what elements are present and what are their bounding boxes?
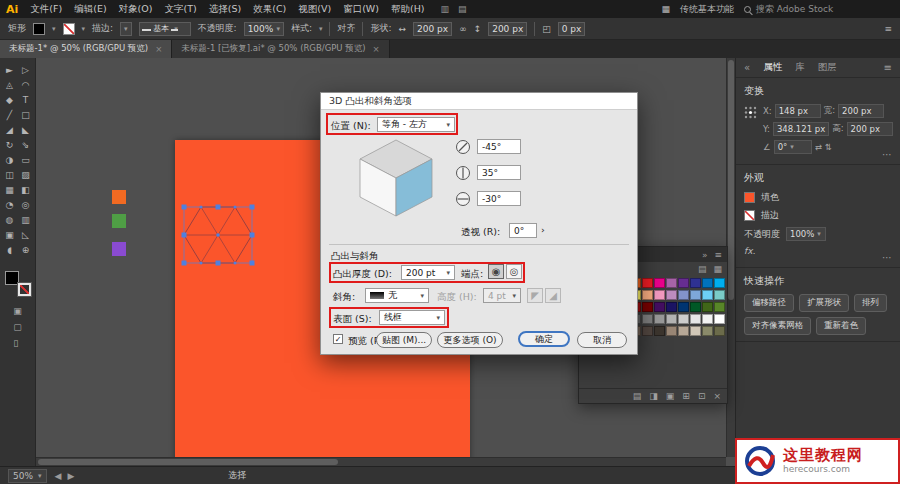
rotate-y-dial-icon[interactable] — [455, 165, 471, 181]
color-swatch[interactable] — [642, 326, 653, 336]
color-swatch[interactable] — [714, 290, 725, 300]
height-field[interactable]: 200 px — [847, 122, 893, 136]
stroke-weight-field[interactable]: ▾ — [120, 22, 132, 36]
color-swatch[interactable] — [678, 326, 689, 336]
color-swatch[interactable] — [654, 302, 665, 312]
stroke-caret-icon[interactable]: ▾ — [82, 25, 86, 33]
cube-preview[interactable] — [351, 135, 441, 223]
color-swatch[interactable] — [642, 290, 653, 300]
style-caret-icon[interactable]: ▾ — [319, 25, 323, 33]
close-tab-icon[interactable]: × — [373, 44, 380, 54]
rotation-field[interactable]: 0° ▾ — [774, 140, 812, 154]
tab-layers[interactable]: 图层 — [818, 61, 837, 74]
rotate-x-field[interactable]: -45° — [477, 139, 521, 154]
cancel-button[interactable]: 取消 — [577, 332, 627, 348]
selection-tool[interactable]: ► — [2, 62, 18, 77]
hand-tool[interactable]: ◖ — [2, 242, 18, 257]
color-swatch[interactable] — [666, 326, 677, 336]
perspective-field[interactable]: 0° — [509, 223, 537, 238]
shape-width-field[interactable]: 200 px — [413, 22, 452, 36]
cap-off-button[interactable]: ◎ — [506, 264, 522, 279]
tab-properties[interactable]: 属性 — [763, 61, 782, 74]
cap-on-button[interactable]: ◉ — [488, 264, 504, 279]
color-swatch[interactable] — [714, 326, 725, 336]
gradient-tool[interactable]: ◧ — [18, 182, 34, 197]
menu-item-8[interactable]: 窗口(W) — [337, 3, 385, 16]
shape-builder-tool[interactable]: ◫ — [2, 167, 18, 182]
effects-button[interactable]: fx. — [744, 246, 755, 256]
line-segment-tool[interactable]: ╱ — [2, 107, 18, 122]
width-field[interactable]: 200 px — [838, 104, 884, 118]
canvas-square-3[interactable] — [112, 242, 126, 256]
color-swatch[interactable] — [690, 326, 701, 336]
slice-tool[interactable]: ◺ — [18, 227, 34, 242]
panel-menu-icon[interactable]: ≡ — [884, 62, 892, 73]
next-artboard-icon[interactable]: ▶ — [67, 471, 74, 481]
rotate-y-field[interactable]: 35° — [477, 165, 521, 180]
stroke-swatch[interactable] — [744, 210, 755, 221]
quick-action-button-5[interactable]: 重新着色 — [816, 317, 866, 335]
color-swatch[interactable] — [714, 302, 725, 312]
paintbrush-tool[interactable]: ◢ — [2, 122, 18, 137]
map-art-button[interactable]: 贴图 (M)... — [376, 332, 432, 348]
color-swatch[interactable] — [714, 278, 725, 288]
reference-point-selector[interactable] — [744, 106, 757, 119]
color-swatch[interactable] — [690, 302, 701, 312]
menu-item-3[interactable]: 对象(O) — [113, 3, 159, 16]
expand-panels-icon[interactable]: « — [744, 62, 750, 73]
color-swatch[interactable] — [690, 314, 701, 324]
quick-action-button-1[interactable]: 偏移路径 — [744, 294, 794, 312]
bevel-select[interactable]: 无 ▾ — [365, 288, 429, 303]
surface-select[interactable]: 线框 ▾ — [379, 310, 445, 325]
width-tool[interactable]: ◑ — [2, 152, 18, 167]
menu-item-5[interactable]: 选择(S) — [203, 3, 247, 16]
quick-action-button-4[interactable]: 对齐像素网格 — [744, 317, 811, 335]
color-swatch[interactable] — [642, 278, 653, 288]
horizontal-scrollbar[interactable] — [36, 457, 726, 466]
menu-item-6[interactable]: 效果(C) — [247, 3, 292, 16]
new-color-group-icon[interactable]: ⊞ — [682, 391, 690, 401]
draw-mode-icon-1[interactable]: ▣ — [13, 306, 22, 316]
fill-swatch[interactable] — [744, 192, 755, 203]
menu-item-1[interactable]: 文件(F) — [24, 3, 68, 16]
collapse-panel-icon[interactable]: » — [702, 250, 708, 260]
fill-caret-icon[interactable]: ▾ — [52, 25, 56, 33]
color-swatch[interactable] — [690, 290, 701, 300]
draw-mode-icon-3[interactable]: ▯ — [13, 338, 22, 348]
pencil-tool[interactable]: ◣ — [18, 122, 34, 137]
flip-vertical-icon[interactable]: ⇅ — [825, 142, 832, 152]
x-field[interactable]: 148 px — [775, 104, 821, 118]
horizontal-scrollbar-thumb[interactable] — [38, 459, 338, 465]
stroke-color-swatch[interactable] — [63, 23, 75, 35]
new-swatch-icon[interactable]: ⊡ — [698, 391, 706, 401]
quick-action-button-3[interactable]: 排列 — [854, 294, 887, 312]
color-swatch[interactable] — [702, 314, 713, 324]
link-dimensions-icon[interactable]: ∞ — [459, 24, 467, 34]
color-swatch[interactable] — [654, 290, 665, 300]
rotate-tool[interactable]: ↻ — [2, 137, 18, 152]
menu-item-4[interactable]: 文字(T) — [159, 3, 203, 16]
zoom-tool[interactable]: ⊕ — [18, 242, 34, 257]
perspective-grid-tool[interactable]: ▨ — [18, 167, 34, 182]
color-swatch[interactable] — [654, 326, 665, 336]
align-label[interactable]: 对齐 — [337, 22, 355, 35]
grid-view-icon[interactable]: ▦ — [713, 264, 722, 274]
color-swatch[interactable] — [642, 314, 653, 324]
quick-action-button-2[interactable]: 扩展形状 — [799, 294, 849, 312]
color-swatch[interactable] — [654, 314, 665, 324]
scale-tool[interactable]: ⇘ — [18, 137, 34, 152]
color-swatch[interactable] — [690, 278, 701, 288]
more-options-icon[interactable]: ⋯ — [882, 149, 892, 160]
previous-artboard-icon[interactable]: ◀ — [55, 471, 62, 481]
color-swatch[interactable] — [666, 302, 677, 312]
color-swatch[interactable] — [714, 314, 725, 324]
rectangle-tool[interactable]: □ — [18, 107, 34, 122]
list-view-icon[interactable]: ▤ — [698, 264, 707, 274]
y-field[interactable]: 348.121 px — [773, 122, 829, 136]
extrude-depth-field[interactable]: 200 pt ▾ — [401, 265, 455, 280]
color-swatch[interactable] — [666, 290, 677, 300]
ok-button[interactable]: 确定 — [518, 331, 570, 347]
draw-mode-icon-2[interactable]: ▢ — [13, 322, 22, 332]
shape-height-field[interactable]: 200 px — [488, 22, 527, 36]
opacity-field[interactable]: 100% ▾ — [244, 22, 284, 36]
